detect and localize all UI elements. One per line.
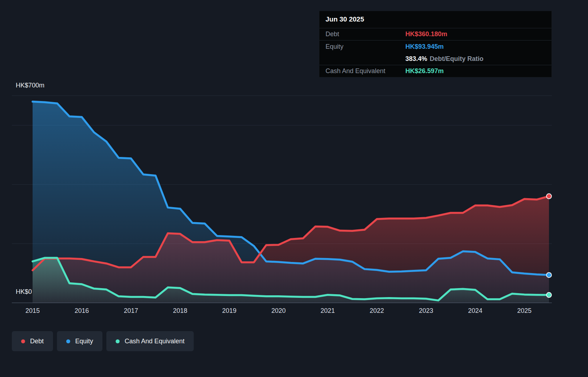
x-tick-2024: 2024 bbox=[463, 307, 488, 315]
tooltip-equity-label: Equity bbox=[326, 43, 405, 51]
x-tick-2022: 2022 bbox=[364, 307, 389, 315]
equity-end-marker bbox=[546, 272, 551, 277]
data-tooltip: Jun 30 2025 Debt HK$360.180m Equity HK$9… bbox=[319, 11, 552, 77]
x-tick-2020: 2020 bbox=[266, 307, 291, 315]
cash-end-marker bbox=[546, 292, 551, 297]
tooltip-ratio-row: 383.4%Debt/Equity Ratio bbox=[319, 53, 551, 65]
x-tick-2021: 2021 bbox=[315, 307, 340, 315]
tooltip-cash-value: HK$26.597m bbox=[405, 67, 444, 75]
tooltip-debt-value: HK$360.180m bbox=[405, 30, 447, 38]
cash-legend-dot-icon bbox=[116, 339, 120, 343]
chart-canvas: HK$700m HK$0 201520162017201820192020202… bbox=[0, 0, 588, 377]
debt-legend-dot-icon bbox=[21, 339, 25, 343]
y-axis-zero-label: HK$0 bbox=[16, 288, 32, 296]
tooltip-equity-row: Equity HK$93.945m bbox=[319, 40, 551, 53]
tooltip-ratio-value: 383.4% bbox=[405, 55, 427, 62]
x-tick-2016: 2016 bbox=[69, 307, 94, 315]
legend-item-equity[interactable]: Equity bbox=[57, 331, 102, 351]
x-tick-2015: 2015 bbox=[20, 307, 45, 315]
debt-end-marker bbox=[546, 194, 551, 199]
x-tick-2025: 2025 bbox=[512, 307, 537, 315]
tooltip-date: Jun 30 2025 bbox=[319, 11, 551, 28]
tooltip-ratio-label: Debt/Equity Ratio bbox=[430, 55, 483, 62]
tooltip-ratio-text: 383.4%Debt/Equity Ratio bbox=[405, 55, 483, 63]
legend-item-debt[interactable]: Debt bbox=[12, 331, 53, 351]
tooltip-cash-row: Cash And Equivalent HK$26.597m bbox=[319, 65, 551, 77]
tooltip-cash-label: Cash And Equivalent bbox=[326, 67, 405, 75]
legend: Debt Equity Cash And Equivalent bbox=[12, 331, 194, 351]
tooltip-equity-value: HK$93.945m bbox=[405, 43, 444, 51]
tooltip-debt-label: Debt bbox=[326, 30, 405, 38]
tooltip-debt-row: Debt HK$360.180m bbox=[319, 28, 551, 40]
equity-legend-dot-icon bbox=[66, 339, 70, 343]
x-tick-2017: 2017 bbox=[119, 307, 144, 315]
y-axis-max-label: HK$700m bbox=[16, 82, 44, 89]
legend-item-cash[interactable]: Cash And Equivalent bbox=[106, 331, 194, 351]
x-tick-2023: 2023 bbox=[414, 307, 439, 315]
x-axis: 2015201620172018201920202021202220232024… bbox=[0, 307, 588, 318]
x-tick-2019: 2019 bbox=[217, 307, 242, 315]
debt-legend-label: Debt bbox=[30, 338, 44, 345]
cash-legend-label: Cash And Equivalent bbox=[125, 338, 184, 345]
x-tick-2018: 2018 bbox=[168, 307, 193, 315]
equity-legend-label: Equity bbox=[75, 338, 93, 345]
